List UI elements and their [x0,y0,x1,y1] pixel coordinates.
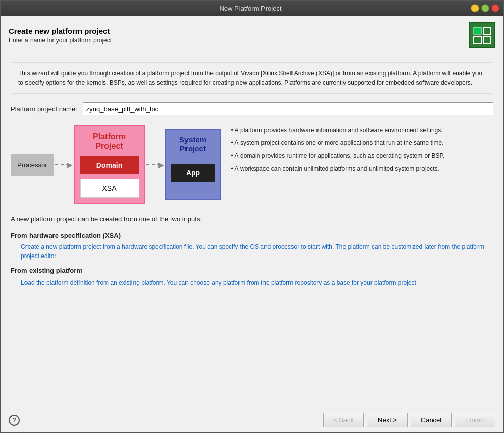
maximize-button[interactable]: ⬜ [481,4,489,12]
window-controls: ⬜ ⬜ ✕ [471,4,499,12]
footer-left: ? [9,415,20,426]
platform-name-input[interactable] [83,102,493,115]
diagram-section: Processor ▶ PlatformProject Domain XSA [11,125,493,204]
diagram-point-2: • A system project contains one or more … [231,138,493,148]
finish-button[interactable]: Finish [455,413,495,427]
app-label: App [186,169,200,177]
svg-rect-2 [474,36,481,43]
title-bar: New Platform Project ⬜ ⬜ ✕ [1,1,503,16]
svg-rect-3 [483,36,490,43]
processor-box: Processor [11,154,54,176]
arrow-connector-1: ▶ [55,161,73,169]
diagram-point-1: • A platform provides hardware informati… [231,125,493,135]
xsa-box: XSA [80,179,139,198]
inputs-section: A new platform project can be created fr… [11,214,493,287]
platform-project-title: PlatformProject [80,132,139,151]
description-box: This wizard will guide you through creat… [11,62,493,94]
help-button[interactable]: ? [9,415,20,426]
form-row: Platform project name: [11,102,493,115]
xsa-section-title: From hardware specification (XSA) [11,231,493,241]
footer: ? < Back Next > Cancel Finish [1,407,503,432]
diagram-area: Processor ▶ PlatformProject Domain XSA [11,125,221,204]
svg-rect-0 [474,27,481,34]
page-subtitle: Enter a name for your platform project [9,37,112,44]
existing-section-body: Load the platform definition from an exi… [21,278,493,287]
arrow-connector-2: ▶ [146,161,164,169]
existing-section-title: From existing platform [11,266,493,276]
xsa-section-body: Create a new platform project from a har… [21,242,493,261]
description-text: This wizard will guide you through creat… [18,70,482,86]
form-label: Platform project name: [11,105,77,113]
domain-label: Domain [96,161,122,169]
diagram-point-4: • A workspace can contain unlimited plat… [231,164,493,174]
platform-icon [472,25,492,45]
page-title: Create new platform project [9,27,112,35]
app-box: App [171,164,215,182]
header-section: Create new platform project Enter a name… [1,16,503,54]
main-window: New Platform Project ⬜ ⬜ ✕ Create new pl… [0,0,504,433]
inputs-intro: A new platform project can be created fr… [11,214,493,224]
domain-box: Domain [80,156,139,174]
main-content: This wizard will guide you through creat… [1,54,503,407]
xsa-label: XSA [102,184,117,192]
arrow-head-2: ▶ [158,161,164,169]
window-title: New Platform Project [30,5,471,12]
diagram-description: • A platform provides hardware informati… [231,125,493,177]
next-button[interactable]: Next > [367,413,408,427]
diagram-point-3: • A domain provides runtime for applicat… [231,151,493,161]
header-text: Create new platform project Enter a name… [9,27,112,44]
footer-buttons: < Back Next > Cancel Finish [323,413,495,427]
minimize-button[interactable]: ⬜ [471,4,479,12]
back-button[interactable]: < Back [323,413,364,427]
system-project-title: SystemProject [171,135,215,154]
header-icon [469,22,495,48]
cancel-button[interactable]: Cancel [411,413,452,427]
arrow-head-1: ▶ [67,161,73,169]
system-project-box: SystemProject App [165,129,221,200]
close-button[interactable]: ✕ [491,4,499,12]
svg-rect-1 [483,27,490,34]
platform-project-box: PlatformProject Domain XSA [74,125,145,204]
processor-label: Processor [17,161,47,169]
